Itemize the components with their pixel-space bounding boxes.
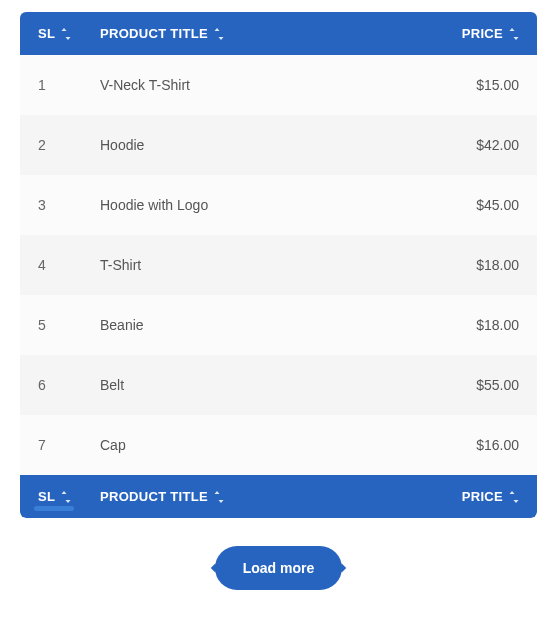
cell-title: Hoodie with Logo [100, 197, 437, 213]
cell-sl: 5 [30, 317, 100, 333]
cell-price: $15.00 [437, 77, 527, 93]
cell-title: V-Neck T-Shirt [100, 77, 437, 93]
header-title-label: PRODUCT TITLE [100, 26, 208, 41]
header-title[interactable]: PRODUCT TITLE [100, 26, 437, 41]
table-row: 4T-Shirt$18.00 [20, 235, 537, 295]
header-price-label: PRICE [462, 26, 503, 41]
sort-icon [61, 28, 71, 40]
cell-sl: 2 [30, 137, 100, 153]
table-row: 7Cap$16.00 [20, 415, 537, 475]
footer-accent-bar [34, 506, 74, 511]
header-price[interactable]: PRICE [437, 26, 527, 41]
cell-price: $45.00 [437, 197, 527, 213]
cell-sl: 3 [30, 197, 100, 213]
sort-icon [509, 491, 519, 503]
cell-price: $55.00 [437, 377, 527, 393]
cell-price: $16.00 [437, 437, 527, 453]
footer-title[interactable]: PRODUCT TITLE [100, 489, 437, 504]
load-more-button[interactable]: Load more [215, 546, 343, 590]
cell-title: Belt [100, 377, 437, 393]
table-body: 1V-Neck T-Shirt$15.002Hoodie$42.003Hoodi… [20, 55, 537, 475]
table-row: 3Hoodie with Logo$45.00 [20, 175, 537, 235]
product-table: SL PRODUCT TITLE PRICE 1V-Neck T-Shirt$1… [20, 12, 537, 518]
cell-price: $18.00 [437, 257, 527, 273]
table-row: 5Beanie$18.00 [20, 295, 537, 355]
sort-icon [214, 28, 224, 40]
cell-title: T-Shirt [100, 257, 437, 273]
cell-title: Hoodie [100, 137, 437, 153]
footer-sl[interactable]: SL [30, 489, 100, 504]
sort-icon [509, 28, 519, 40]
footer-sl-label: SL [38, 489, 55, 504]
footer-title-label: PRODUCT TITLE [100, 489, 208, 504]
cell-sl: 6 [30, 377, 100, 393]
cell-price: $18.00 [437, 317, 527, 333]
table-header: SL PRODUCT TITLE PRICE [20, 12, 537, 55]
footer-price[interactable]: PRICE [437, 489, 527, 504]
sort-icon [61, 491, 71, 503]
table-row: 6Belt$55.00 [20, 355, 537, 415]
load-more-container: Load more [20, 546, 537, 590]
cell-title: Cap [100, 437, 437, 453]
header-sl[interactable]: SL [30, 26, 100, 41]
table-row: 1V-Neck T-Shirt$15.00 [20, 55, 537, 115]
cell-sl: 4 [30, 257, 100, 273]
cell-sl: 1 [30, 77, 100, 93]
cell-price: $42.00 [437, 137, 527, 153]
cell-sl: 7 [30, 437, 100, 453]
sort-icon [214, 491, 224, 503]
footer-price-label: PRICE [462, 489, 503, 504]
table-footer: SL PRODUCT TITLE PRICE [20, 475, 537, 518]
table-row: 2Hoodie$42.00 [20, 115, 537, 175]
header-sl-label: SL [38, 26, 55, 41]
cell-title: Beanie [100, 317, 437, 333]
